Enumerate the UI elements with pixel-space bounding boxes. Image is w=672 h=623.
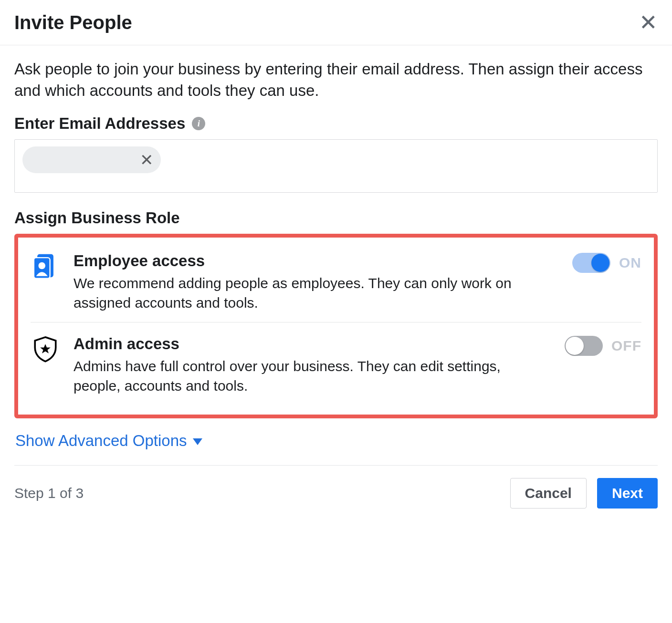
svg-point-2 [39,262,46,270]
role-row-admin: Admin access Admins have full control ov… [31,322,641,405]
info-icon[interactable]: i [192,117,205,130]
role-title-employee: Employee access [74,252,537,270]
next-button[interactable]: Next [597,478,658,509]
invite-people-dialog: Invite People ✕ Ask people to join your … [0,0,672,537]
toggle-wrap-admin: OFF [551,336,641,356]
toggle-label-admin: OFF [611,338,641,354]
admin-shield-icon [31,335,60,363]
role-heading-text: Assign Business Role [14,209,180,227]
employee-badge-icon [31,252,60,280]
role-section-heading: Assign Business Role [14,209,658,227]
dialog-title: Invite People [14,12,132,33]
cancel-button[interactable]: Cancel [510,478,587,509]
role-text-employee: Employee access We recommend adding peop… [74,252,537,312]
svg-marker-3 [40,344,51,353]
email-chip[interactable]: ✕ [22,146,161,173]
dialog-body: Ask people to join your business by ente… [0,45,672,466]
email-chip-text [32,155,137,165]
toggle-employee[interactable] [572,253,610,273]
role-title-admin: Admin access [74,335,537,353]
roles-highlight-box: Employee access We recommend adding peop… [14,234,658,418]
close-icon[interactable]: ✕ [639,11,658,33]
toggle-wrap-employee: ON [551,253,641,273]
role-text-admin: Admin access Admins have full control ov… [74,335,537,395]
footer-buttons: Cancel Next [510,478,658,509]
chip-remove-icon[interactable]: ✕ [140,150,153,169]
email-section-heading: Enter Email Addresses i [14,114,658,133]
role-desc-employee: We recommend adding people as employees.… [74,274,537,312]
email-input-box[interactable]: ✕ [14,139,658,193]
dialog-header: Invite People ✕ [0,0,672,45]
advanced-link-text: Show Advanced Options [15,432,187,450]
dialog-footer: Step 1 of 3 Cancel Next [0,466,672,537]
intro-text: Ask people to join your business by ente… [14,59,658,101]
role-row-employee: Employee access We recommend adding peop… [31,247,641,322]
role-desc-admin: Admins have full control over your busin… [74,357,537,395]
toggle-label-employee: ON [619,255,641,271]
toggle-admin[interactable] [565,336,603,356]
caret-down-icon [193,438,202,445]
email-heading-text: Enter Email Addresses [14,114,185,133]
step-indicator: Step 1 of 3 [14,485,84,501]
show-advanced-link[interactable]: Show Advanced Options [15,432,657,450]
